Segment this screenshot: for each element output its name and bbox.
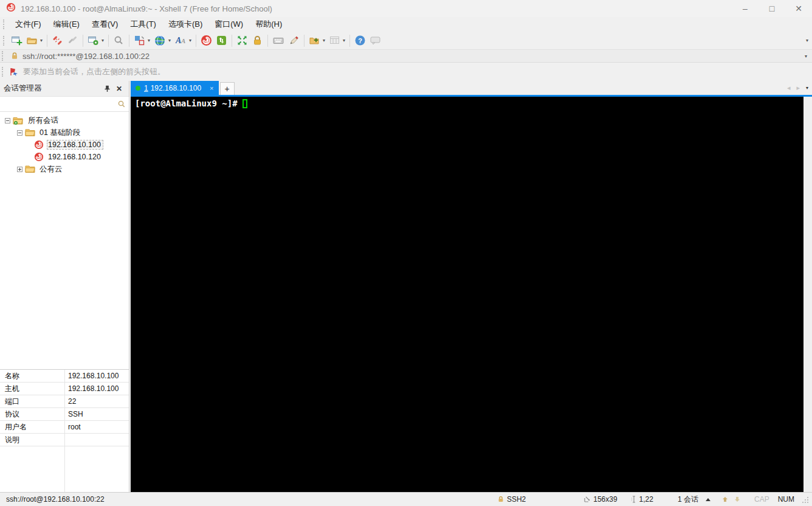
toolbar-separator — [232, 35, 232, 47]
svg-text:A: A — [181, 37, 185, 44]
pin-panel-icon[interactable] — [101, 83, 113, 95]
tab-session-active[interactable]: 1 192.168.10.100 × — [131, 81, 219, 95]
terminal-screen[interactable]: [root@AlmaLinux9 ~]# — [131, 97, 812, 492]
tree-item-session-120[interactable]: 192.168.10.120 — [0, 151, 129, 163]
expand-icon[interactable] — [17, 167, 22, 172]
menu-file[interactable]: 文件(F) — [9, 17, 47, 32]
close-panel-icon[interactable]: ✕ — [113, 83, 125, 95]
reconnect-icon[interactable] — [65, 33, 80, 48]
property-value: 192.168.10.100 — [65, 370, 129, 382]
scroll-up-icon[interactable] — [721, 496, 729, 503]
collapse-icon[interactable] — [5, 118, 10, 123]
xftp-icon[interactable] — [214, 33, 229, 48]
toolbar-gripper[interactable] — [3, 36, 7, 46]
session-search-input[interactable] — [0, 97, 117, 111]
terminal-scrollbar[interactable] — [803, 97, 812, 492]
web-browser-dropdown[interactable]: ▾ — [168, 38, 173, 43]
session-properties-dropdown[interactable]: ▾ — [101, 38, 106, 43]
disconnect-icon[interactable] — [50, 33, 65, 48]
property-row-port: 端口 22 — [0, 395, 129, 408]
address-history-dropdown[interactable]: ▾ — [805, 54, 807, 59]
tab-close-icon[interactable]: × — [210, 85, 213, 92]
feedback-icon[interactable] — [368, 33, 383, 48]
new-session-folder-dropdown[interactable]: ▾ — [322, 38, 327, 43]
menu-edit[interactable]: 编辑(E) — [47, 17, 86, 32]
toolbar-separator — [47, 35, 47, 47]
scroll-down-icon[interactable] — [734, 496, 741, 503]
xshell-app-icon — [6, 2, 16, 15]
tab-scroll-right-icon[interactable]: ▸ — [796, 84, 800, 92]
address-bar[interactable]: ssh://root:******@192.168.10.100:22 ▾ — [0, 49, 812, 63]
toolbar-gripper[interactable] — [2, 51, 5, 61]
toolbar-gripper[interactable] — [2, 67, 5, 77]
search-icon[interactable] — [117, 100, 126, 108]
address-url[interactable]: ssh://root:******@192.168.10.100:22 — [22, 52, 150, 61]
menu-view[interactable]: 查看(V) — [86, 17, 124, 32]
tree-label[interactable]: 公有云 — [40, 164, 63, 175]
virtual-keyboard-icon[interactable] — [270, 33, 286, 48]
help-icon[interactable]: ? — [353, 33, 368, 48]
find-icon[interactable] — [111, 33, 126, 48]
toolbar-overflow-dropdown[interactable]: ▾ — [806, 38, 808, 43]
tree-label[interactable]: 192.168.10.120 — [48, 153, 101, 161]
lock-screen-icon[interactable] — [250, 33, 265, 48]
fonts-icon[interactable]: AA — [173, 33, 188, 48]
tree-label[interactable]: 所有会话 — [28, 116, 58, 126]
open-session-dropdown[interactable]: ▾ — [40, 38, 44, 43]
menu-help[interactable]: 帮助(H) — [249, 17, 288, 32]
tree-label[interactable]: 01 基础阶段 — [40, 128, 80, 138]
selected-tree-label[interactable]: 192.168.10.100 — [47, 140, 103, 150]
menu-window[interactable]: 窗口(W) — [208, 17, 249, 32]
highlight-pen-icon[interactable] — [286, 33, 301, 48]
toolbar-gripper[interactable] — [3, 19, 7, 29]
toolbar-separator — [349, 35, 350, 47]
fullscreen-icon[interactable] — [235, 33, 250, 48]
new-tab-button[interactable]: + — [220, 82, 235, 95]
fonts-dropdown[interactable]: ▾ — [188, 38, 193, 43]
toolbar-separator — [267, 35, 268, 47]
web-browser-icon[interactable] — [152, 33, 168, 48]
property-label: 说明 — [0, 434, 65, 446]
minimize-button[interactable]: – — [732, 0, 759, 17]
svg-text:A: A — [175, 36, 181, 45]
compose-pane-dropdown[interactable]: ▾ — [147, 38, 152, 43]
toolbar-separator — [108, 35, 109, 47]
xshell-icon[interactable] — [199, 33, 214, 48]
maximize-button[interactable]: □ — [759, 0, 785, 17]
tree-item-folder-cloud[interactable]: 公有云 — [0, 163, 129, 175]
resize-grip[interactable] — [802, 496, 810, 506]
tab-scroll-left-icon[interactable]: ◂ — [787, 84, 791, 92]
folder-icon — [25, 128, 35, 137]
menu-tools[interactable]: 工具(T) — [124, 17, 162, 32]
tree-item-session-100[interactable]: 192.168.10.100 — [0, 139, 129, 151]
terminal-cursor — [243, 99, 247, 108]
session-properties-icon[interactable] — [86, 33, 101, 48]
status-session-count[interactable]: 1 会话 — [678, 494, 710, 505]
tree-item-all-sessions[interactable]: 所有会话 — [0, 114, 129, 126]
num-lock-indicator: NUM — [778, 495, 794, 504]
session-properties-grid: 名称 192.168.10.100 主机 192.168.10.100 端口 2… — [0, 369, 129, 492]
collapse-icon[interactable] — [17, 130, 22, 136]
tab-label: 192.168.10.100 — [151, 84, 201, 92]
session-list-popup-icon[interactable] — [706, 498, 710, 501]
menu-bar: 文件(F) 编辑(E) 查看(V) 工具(T) 选项卡(B) 窗口(W) 帮助(… — [0, 17, 812, 32]
compose-pane-icon[interactable] — [132, 33, 147, 48]
tree-item-folder-01[interactable]: 01 基础阶段 — [0, 126, 129, 139]
tool-bar: ▾ ▾ ▾ ▾ AA ▾ ▾ ▾ ? ▾ — [0, 32, 812, 49]
layout-grid-icon[interactable] — [327, 33, 342, 48]
property-row-username: 用户名 root — [0, 421, 129, 434]
add-session-flag-icon[interactable] — [9, 67, 19, 77]
open-session-icon[interactable] — [24, 33, 40, 48]
property-value: SSH — [65, 408, 129, 420]
menu-tabs[interactable]: 选项卡(B) — [162, 17, 208, 32]
ssh-lock-icon — [497, 496, 504, 503]
new-session-folder-icon[interactable] — [307, 33, 322, 48]
address-lock-icon — [10, 52, 19, 60]
property-value — [65, 434, 129, 446]
terminal-prompt-line: [root@AlmaLinux9 ~]# — [135, 99, 812, 108]
new-session-icon[interactable] — [9, 33, 24, 48]
layout-grid-dropdown[interactable]: ▾ — [342, 38, 347, 43]
property-grid-filler — [0, 446, 129, 492]
tab-list-dropdown-icon[interactable]: ▾ — [806, 85, 808, 91]
close-button[interactable]: ✕ — [785, 0, 812, 17]
